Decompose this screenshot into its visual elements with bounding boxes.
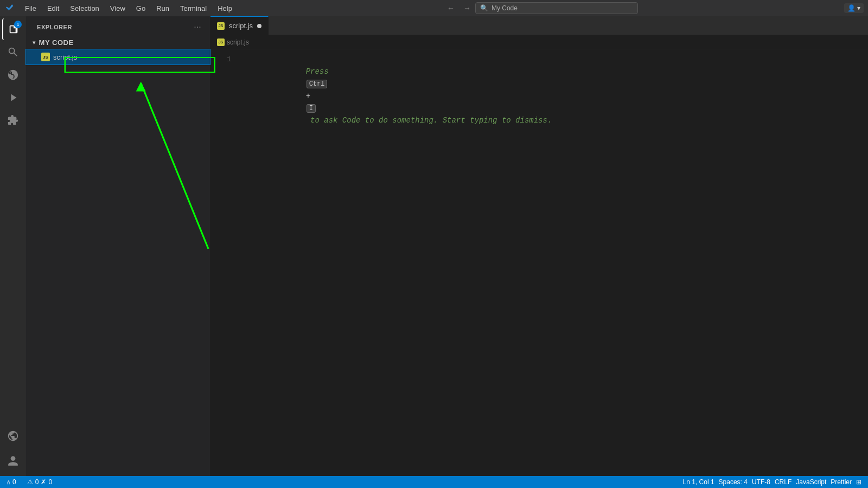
- search-bar[interactable]: 🔍 My Code: [475, 2, 638, 14]
- line-numbers: 1: [210, 49, 238, 476]
- ghost-text-after: to ask Code to do something. Start typin…: [306, 116, 552, 125]
- ghost-text-press: Press: [306, 67, 329, 76]
- error-icon: ⚠: [27, 478, 33, 486]
- notifications-icon: ⊞: [856, 478, 861, 486]
- breadcrumb: JS script.js: [210, 35, 868, 49]
- debug-icon: [7, 92, 19, 104]
- warning-icon: ✗: [41, 478, 46, 486]
- search-icon: 🔍: [480, 4, 488, 12]
- activity-item-extensions[interactable]: [2, 110, 24, 131]
- tab-scriptjs[interactable]: JS script.js: [210, 16, 269, 35]
- menu-edit[interactable]: Edit: [43, 3, 63, 14]
- title-bar-right: 👤 ▾: [844, 3, 864, 13]
- remote-icon: [7, 430, 19, 442]
- editor-wrapper: JS script.js JS script.js 1 Press: [210, 16, 868, 476]
- status-errors[interactable]: ⚠ 0 ✗ 0: [25, 476, 54, 488]
- position-label: Ln 1, Col 1: [683, 478, 714, 486]
- status-formatter[interactable]: Prettier: [828, 478, 854, 486]
- accounts-button[interactable]: 👤 ▾: [844, 3, 864, 13]
- git-icon: [7, 69, 19, 81]
- breadcrumb-file: script.js: [227, 38, 249, 46]
- spaces-label: Spaces: 4: [719, 478, 748, 486]
- code-content[interactable]: Press Ctrl + I to ask Code to do somethi…: [238, 49, 868, 476]
- activity-item-accounts[interactable]: [2, 450, 24, 472]
- activity-item-search[interactable]: [2, 41, 24, 63]
- main-area: 1: [0, 16, 868, 476]
- folder-chevron: ▾: [33, 40, 36, 46]
- menu-run[interactable]: Run: [152, 3, 174, 14]
- status-branch[interactable]: ⑃ 0: [4, 476, 18, 488]
- branch-label: 0: [12, 478, 16, 486]
- formatter-label: Prettier: [831, 478, 852, 486]
- status-right: Ln 1, Col 1 Spaces: 4 UTF-8 CRLF JavaScr…: [681, 478, 864, 486]
- sidebar-actions: ···: [192, 21, 203, 33]
- tab-label: script.js: [229, 22, 253, 30]
- search-placeholder: My Code: [492, 4, 518, 12]
- activity-item-git[interactable]: [2, 64, 24, 86]
- encoding-label: UTF-8: [752, 478, 770, 486]
- accounts-icon: [7, 455, 19, 467]
- plus-sign: +: [306, 92, 310, 100]
- language-label: JavaScript: [796, 478, 826, 486]
- activity-bar-bottom: [2, 425, 24, 476]
- menu-bar: File Edit Selection View Go Run Terminal…: [0, 0, 868, 16]
- folder-header[interactable]: ▾ MY CODE: [26, 35, 210, 49]
- folder-name: MY CODE: [39, 38, 74, 47]
- tab-dirty-indicator: [257, 24, 261, 28]
- sidebar-header: EXPLORER ···: [26, 16, 210, 35]
- status-bar: ⑃ 0 ⚠ 0 ✗ 0 Ln 1, Col 1 Spaces: 4 UTF-8 …: [0, 476, 868, 488]
- ghost-text: Press Ctrl + I to ask Code to do somethi…: [242, 54, 552, 138]
- file-item-scriptjs[interactable]: JS script.js: [26, 49, 210, 65]
- sidebar-title: EXPLORER: [37, 24, 72, 30]
- status-eol[interactable]: CRLF: [773, 478, 794, 486]
- activity-bar: 1: [0, 16, 26, 476]
- status-spaces[interactable]: Spaces: 4: [717, 478, 750, 486]
- eol-label: CRLF: [775, 478, 792, 486]
- tab-bar: JS script.js: [210, 16, 868, 35]
- accounts-icon: 👤: [847, 4, 856, 12]
- folder-section: ▾ MY CODE JS script.js: [26, 35, 210, 65]
- code-area[interactable]: 1 Press Ctrl + I to ask Code to do somet…: [210, 49, 868, 476]
- menu-terminal[interactable]: Terminal: [176, 3, 211, 14]
- menu-help[interactable]: Help: [213, 3, 237, 14]
- activity-item-debug[interactable]: [2, 87, 24, 108]
- line-number-1: 1: [215, 54, 231, 66]
- activity-item-remote[interactable]: [2, 425, 24, 447]
- search-icon: [7, 46, 19, 58]
- status-notifications[interactable]: ⊞: [854, 478, 864, 486]
- accounts-chevron: ▾: [857, 4, 860, 12]
- menu-view[interactable]: View: [106, 3, 130, 14]
- menu-selection[interactable]: Selection: [66, 3, 103, 14]
- extensions-icon: [7, 114, 19, 126]
- file-name: script.js: [53, 53, 77, 61]
- status-position[interactable]: Ln 1, Col 1: [681, 478, 717, 486]
- menu-go[interactable]: Go: [132, 3, 150, 14]
- status-language[interactable]: JavaScript: [794, 478, 828, 486]
- i-key: I: [307, 104, 316, 113]
- js-file-icon: JS: [41, 53, 50, 61]
- error-count: 0: [35, 478, 39, 486]
- nav-back[interactable]: ←: [443, 2, 459, 14]
- branch-icon: ⑃: [7, 478, 10, 486]
- warning-count: 0: [48, 478, 52, 486]
- activity-item-explorer[interactable]: 1: [2, 18, 24, 40]
- status-encoding[interactable]: UTF-8: [750, 478, 773, 486]
- title-bar-center: ← → 🔍 My Code: [239, 2, 842, 14]
- breadcrumb-js-icon: JS: [217, 38, 225, 46]
- ctrl-key: Ctrl: [307, 80, 328, 88]
- vscode-logo: [4, 3, 15, 14]
- tab-js-icon: JS: [217, 22, 225, 30]
- code-line-1: Press Ctrl + I to ask Code to do somethi…: [242, 54, 868, 66]
- nav-forward[interactable]: →: [459, 2, 475, 14]
- sidebar: EXPLORER ··· ▾ MY CODE JS script.js: [26, 16, 210, 476]
- activity-badge: 1: [14, 21, 22, 28]
- sidebar-more-button[interactable]: ···: [192, 21, 203, 33]
- menu-file[interactable]: File: [21, 3, 41, 14]
